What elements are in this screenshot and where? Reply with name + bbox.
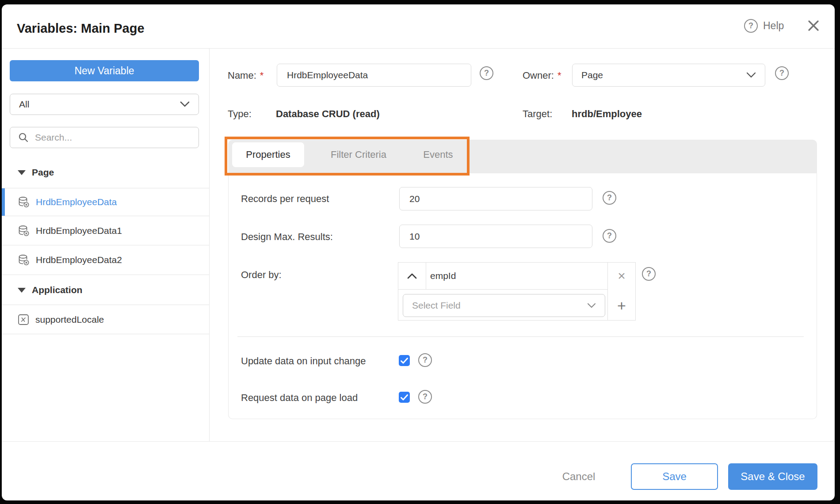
sidebar-section-label: Page	[32, 167, 54, 178]
update-on-input-change-checkbox[interactable]	[399, 355, 410, 366]
sidebar-item-label: HrdbEmployeeData2	[36, 255, 122, 265]
records-per-request-label: Records per request	[241, 193, 329, 205]
checkmark-icon	[401, 394, 408, 401]
name-input[interactable]: HrdbEmployeeData	[277, 64, 471, 87]
update-on-input-change-label: Update data on input change	[241, 355, 366, 367]
sidebar-item-hrdbemployeedata1[interactable]: HrdbEmployeeData1	[2, 217, 209, 245]
tab-label: Events	[423, 149, 453, 160]
database-crud-icon	[18, 196, 30, 208]
tab-properties[interactable]: Properties	[232, 142, 304, 167]
type-label: Type:	[228, 108, 252, 120]
tab-filter-criteria[interactable]: Filter Criteria	[323, 142, 394, 167]
order-by-help-icon[interactable]: ?	[642, 267, 656, 281]
order-by-field-value[interactable]: empId	[430, 263, 456, 289]
tab-label: Properties	[246, 149, 290, 160]
chevron-down-icon	[180, 101, 190, 107]
variable-icon	[18, 314, 29, 325]
sidebar-item-label: supportedLocale	[35, 314, 104, 325]
search-input[interactable]: Search...	[10, 127, 199, 148]
order-by-row-divider	[398, 289, 607, 290]
design-max-results-value: 10	[409, 231, 420, 242]
sidebar-section-label: Application	[32, 285, 82, 295]
required-asterisk: *	[260, 70, 264, 81]
required-asterisk: *	[557, 70, 561, 81]
design-max-help-icon[interactable]: ?	[603, 229, 616, 243]
sidebar-section-application[interactable]: Application	[18, 282, 82, 298]
sidebar-section-page[interactable]: Page	[18, 164, 54, 180]
footer-divider	[2, 441, 835, 442]
caret-up-icon	[407, 273, 417, 279]
tab-label: Filter Criteria	[331, 149, 386, 160]
owner-help-icon[interactable]: ?	[775, 66, 789, 80]
search-placeholder: Search...	[35, 132, 72, 143]
collapse-triangle-icon	[18, 288, 26, 293]
help-button[interactable]: ? Help	[744, 19, 784, 33]
database-crud-icon	[18, 225, 30, 237]
cancel-button[interactable]: Cancel	[550, 463, 607, 490]
variables-dialog: Variables: Main Page ? Help New Variable…	[2, 4, 835, 500]
sidebar-divider	[209, 48, 210, 441]
name-help-icon[interactable]: ?	[480, 66, 493, 80]
collapse-triangle-icon	[18, 170, 26, 175]
order-by-label: Order by:	[241, 269, 282, 281]
request-help-icon[interactable]: ?	[418, 390, 432, 404]
sidebar-item-supportedlocale[interactable]: supportedLocale	[2, 305, 209, 334]
new-variable-button[interactable]: New Variable	[10, 60, 199, 81]
request-on-page-load-label: Request data on page load	[241, 392, 358, 404]
target-label: Target:	[523, 108, 552, 120]
target-value: hrdb/Employee	[572, 108, 642, 120]
add-sort-field-button[interactable]: +	[607, 292, 636, 319]
name-label: Name:*	[228, 70, 263, 81]
selected-indicator	[2, 188, 5, 216]
section-divider	[237, 336, 804, 337]
help-label: Help	[763, 20, 784, 32]
tab-strip: Properties Filter Criteria Events	[228, 140, 817, 173]
sort-direction-button[interactable]	[398, 263, 426, 289]
variable-filter-select[interactable]: All	[10, 94, 199, 115]
help-question-icon: ?	[744, 19, 758, 33]
chevron-down-icon	[587, 303, 596, 309]
search-icon	[18, 132, 29, 143]
name-value: HrdbEmployeeData	[287, 70, 368, 80]
owner-label: Owner:*	[523, 70, 561, 81]
chevron-down-icon	[746, 72, 756, 78]
save-button[interactable]: Save	[631, 463, 718, 490]
records-per-request-value: 20	[409, 194, 420, 204]
design-max-results-label: Design Max. Results:	[241, 231, 333, 243]
records-per-request-input[interactable]: 20	[399, 187, 592, 210]
sidebar-item-label: HrdbEmployeeData	[36, 197, 117, 207]
records-help-icon[interactable]: ?	[603, 191, 616, 205]
header-divider	[2, 48, 835, 49]
sidebar-item-hrdbemployeedata2[interactable]: HrdbEmployeeData2	[2, 245, 209, 275]
tab-events[interactable]: Events	[412, 142, 465, 167]
checkmark-icon	[401, 358, 408, 364]
select-field-placeholder: Select Field	[412, 300, 461, 311]
save-and-close-button[interactable]: Save & Close	[728, 463, 817, 490]
order-by-widget: empId × Select Field +	[398, 262, 636, 321]
close-icon[interactable]	[807, 19, 820, 32]
sidebar-item-hrdbemployeedata[interactable]: HrdbEmployeeData	[2, 188, 209, 216]
owner-select[interactable]: Page	[572, 64, 765, 87]
type-value: Database CRUD (read)	[276, 108, 380, 120]
design-max-results-input[interactable]: 10	[399, 225, 592, 248]
select-field-dropdown[interactable]: Select Field	[403, 294, 605, 317]
database-crud-icon	[18, 254, 30, 266]
owner-value: Page	[581, 70, 603, 80]
request-on-page-load-checkbox[interactable]	[399, 392, 410, 403]
variable-filter-value: All	[19, 99, 29, 110]
dialog-title: Variables: Main Page	[17, 21, 145, 36]
remove-sort-field-button[interactable]: ×	[607, 263, 636, 289]
sidebar-item-label: HrdbEmployeeData1	[36, 225, 122, 236]
update-help-icon[interactable]: ?	[418, 353, 432, 367]
